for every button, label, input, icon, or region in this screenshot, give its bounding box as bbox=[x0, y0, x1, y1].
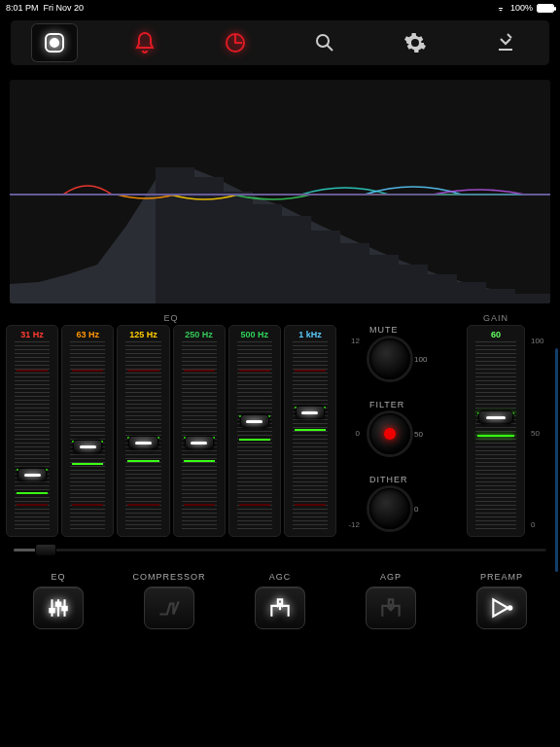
svg-rect-8 bbox=[282, 216, 311, 303]
record-button[interactable] bbox=[31, 23, 78, 62]
spectrum-svg bbox=[10, 80, 550, 303]
status-date: Fri Nov 20 bbox=[44, 3, 85, 13]
knob-column: MUTE 100 FILTER 50 DITHER 0 bbox=[366, 313, 463, 537]
effects-row: EQCOMPRESSORAGCAGPPREAMP bbox=[14, 572, 546, 629]
eq-slider-label: 125 Hz bbox=[129, 330, 158, 339]
frequency-scrollbar[interactable] bbox=[14, 543, 546, 558]
eq-slider-label: 500 Hz bbox=[241, 330, 269, 339]
svg-rect-10 bbox=[340, 243, 369, 303]
compressor-button[interactable] bbox=[144, 587, 194, 629]
agp-label: AGP bbox=[380, 572, 402, 582]
agp-button[interactable] bbox=[366, 587, 416, 629]
status-bar: 8:01 PM Fri Nov 20 100% bbox=[0, 0, 560, 14]
eq-label: EQ bbox=[51, 572, 65, 582]
eq-slider-label: 63 Hz bbox=[77, 330, 100, 339]
svg-point-21 bbox=[508, 606, 511, 609]
preamp-button-wrap: PREAMP bbox=[457, 572, 546, 629]
svg-point-1 bbox=[51, 39, 58, 47]
agc-button-wrap: AGC bbox=[235, 572, 325, 629]
agc-button[interactable] bbox=[255, 587, 305, 629]
agp-icon bbox=[378, 595, 403, 621]
eq-slider-500hz[interactable]: 500 Hz bbox=[228, 325, 281, 537]
agc-label: AGC bbox=[269, 572, 292, 582]
gain-value: 60 bbox=[491, 330, 501, 339]
svg-rect-7 bbox=[253, 204, 282, 303]
eq-scale-mid: 0 bbox=[356, 429, 360, 438]
gain-title: GAIN bbox=[467, 313, 525, 325]
eq-icon bbox=[46, 595, 71, 621]
search-button[interactable] bbox=[301, 23, 348, 62]
svg-rect-15 bbox=[486, 289, 515, 303]
eq-scale: 12 0 -12 bbox=[340, 313, 362, 537]
timer-button[interactable] bbox=[212, 23, 259, 62]
filter-knob[interactable] bbox=[369, 413, 410, 454]
eq-slider-label: 1 kHz bbox=[298, 330, 322, 339]
eq-group-title: EQ bbox=[6, 313, 336, 325]
agp-button-wrap: AGP bbox=[346, 572, 436, 629]
agc-icon bbox=[267, 595, 293, 621]
svg-point-3 bbox=[317, 35, 329, 47]
eq-slider-1khz[interactable]: 1 kHz bbox=[284, 325, 336, 537]
preamp-icon bbox=[489, 595, 514, 621]
eq-scale-lo: -12 bbox=[348, 520, 360, 529]
mute-knob[interactable] bbox=[369, 338, 410, 379]
spectrum-display[interactable] bbox=[10, 80, 550, 303]
svg-rect-16 bbox=[515, 294, 550, 303]
dither-label: DITHER bbox=[369, 475, 459, 484]
eq-slider-125hz[interactable]: 125 Hz bbox=[117, 325, 169, 537]
settings-button[interactable] bbox=[392, 23, 438, 62]
eq-slider-250hz[interactable]: 250 Hz bbox=[173, 325, 226, 537]
eq-slider-label: 250 Hz bbox=[185, 330, 213, 339]
eq-button[interactable] bbox=[33, 587, 84, 629]
gain-slider[interactable]: 60 bbox=[467, 325, 525, 537]
filter-value: 50 bbox=[414, 430, 423, 439]
collapse-button[interactable] bbox=[482, 23, 529, 62]
svg-rect-13 bbox=[428, 274, 457, 303]
wifi-icon bbox=[495, 4, 507, 13]
preamp-button[interactable] bbox=[476, 587, 527, 629]
mute-value: 100 bbox=[414, 355, 427, 364]
svg-rect-18 bbox=[50, 609, 53, 612]
svg-rect-20 bbox=[62, 607, 66, 610]
eq-slider-label: 31 Hz bbox=[20, 330, 44, 339]
gain-scale: 100 50 0 bbox=[529, 313, 548, 537]
preamp-label: PREAMP bbox=[480, 572, 523, 582]
gain-scale-hi: 100 bbox=[531, 337, 543, 345]
eq-slider-31hz[interactable]: 31 Hz bbox=[6, 325, 58, 537]
compressor-label: COMPRESSOR bbox=[132, 572, 205, 582]
compressor-button-wrap: COMPRESSOR bbox=[124, 572, 214, 629]
compressor-icon bbox=[157, 595, 182, 621]
gain-column: GAIN 60 bbox=[467, 313, 525, 537]
eq-button-wrap: EQ bbox=[14, 572, 103, 629]
svg-rect-19 bbox=[56, 603, 60, 606]
eq-slider-63hz[interactable]: 63 Hz bbox=[61, 325, 114, 537]
svg-rect-5 bbox=[194, 177, 224, 303]
svg-rect-12 bbox=[399, 265, 428, 303]
dither-value: 0 bbox=[414, 505, 418, 514]
controls-row: EQ 31 Hz63 Hz125 Hz250 Hz500 Hz1 kHz 12 … bbox=[6, 313, 554, 537]
dither-knob[interactable] bbox=[369, 488, 410, 529]
top-toolbar bbox=[10, 19, 550, 66]
battery-text: 100% bbox=[510, 3, 533, 13]
mute-label: MUTE bbox=[369, 325, 459, 335]
eq-scale-hi: 12 bbox=[351, 337, 360, 345]
svg-rect-9 bbox=[311, 231, 340, 303]
gain-scale-lo: 0 bbox=[531, 520, 535, 529]
status-time: 8:01 PM bbox=[6, 3, 39, 13]
svg-rect-14 bbox=[457, 282, 486, 303]
eq-group: EQ 31 Hz63 Hz125 Hz250 Hz500 Hz1 kHz bbox=[6, 313, 336, 537]
svg-rect-6 bbox=[224, 192, 253, 303]
svg-rect-11 bbox=[369, 255, 399, 303]
svg-rect-4 bbox=[156, 167, 194, 303]
gain-scale-mid: 50 bbox=[531, 429, 540, 438]
filter-label: FILTER bbox=[369, 400, 459, 409]
alert-button[interactable] bbox=[122, 23, 168, 62]
battery-icon bbox=[537, 4, 554, 13]
right-edge-bar bbox=[555, 348, 558, 572]
